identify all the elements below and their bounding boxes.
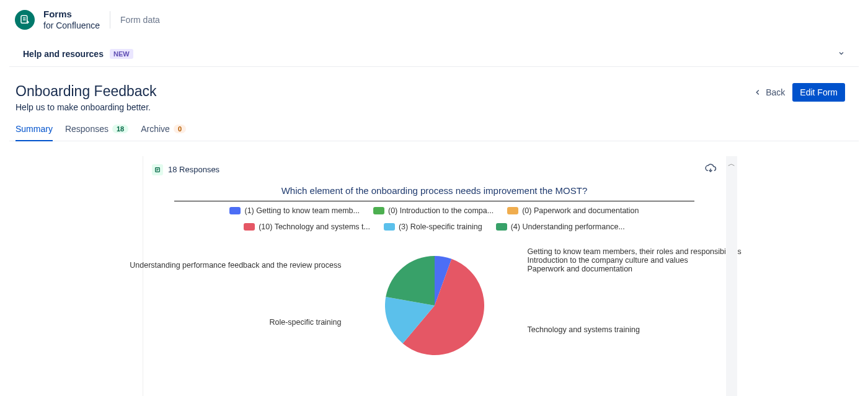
edit-form-button[interactable]: Edit Form — [792, 83, 845, 102]
download-icon[interactable] — [704, 162, 717, 177]
legend-swatch — [373, 207, 384, 214]
legend-item[interactable]: (1) Getting to know team memb... — [229, 206, 360, 215]
tab-responses-count: 18 — [112, 125, 128, 133]
chart-callout: Paperwork and documentation — [528, 265, 633, 273]
app-title: Forms — [43, 9, 100, 20]
new-badge: NEW — [110, 49, 133, 59]
app-header: Forms for Confluence Form data — [0, 0, 868, 40]
vertical-scrollbar[interactable]: ︿ ﹀ — [726, 156, 737, 396]
summary-card: 18 Responses Which element of the onboar… — [143, 156, 725, 396]
chart-callout: Role-specific training — [269, 318, 341, 327]
chart-callout: Introduction to the company culture and … — [528, 256, 688, 265]
tabs: Summary Responses 18 Archive 0 — [9, 112, 859, 141]
legend-swatch — [229, 207, 241, 214]
tab-summary[interactable]: Summary — [16, 124, 53, 141]
chart-legend: (1) Getting to know team memb...(0) Intr… — [143, 206, 725, 231]
page-title: Onboarding Feedback — [16, 83, 157, 100]
legend-label: (3) Role-specific training — [399, 222, 482, 231]
legend-swatch — [384, 223, 395, 231]
page-description: Help us to make onboarding better. — [16, 102, 157, 112]
svg-rect-1 — [156, 167, 160, 172]
tab-responses[interactable]: Responses 18 — [65, 124, 128, 141]
chart-callout: Getting to know team members, their role… — [528, 247, 742, 256]
scroll-up-icon[interactable]: ︿ — [728, 156, 735, 172]
divider — [174, 201, 694, 201]
legend-item[interactable]: (4) Understanding performance... — [496, 222, 625, 231]
chart-callout: Technology and systems training — [528, 325, 640, 334]
responses-chip: 18 Responses — [152, 164, 219, 175]
chart-question: Which element of the onboarding process … — [143, 177, 725, 201]
back-button[interactable]: Back — [753, 87, 785, 97]
tab-archive[interactable]: Archive 0 — [141, 124, 186, 141]
legend-swatch — [496, 223, 507, 231]
legend-label: (1) Getting to know team memb... — [244, 206, 360, 215]
help-resources-row[interactable]: Help and resources NEW — [9, 40, 859, 67]
tab-summary-label: Summary — [16, 124, 53, 134]
chart-area: Getting to know team members, their role… — [143, 234, 725, 396]
tab-archive-count: 0 — [174, 125, 186, 133]
breadcrumb[interactable]: Form data — [120, 15, 160, 25]
back-label: Back — [766, 87, 785, 97]
legend-label: (0) Paperwork and documentation — [522, 206, 639, 215]
help-label: Help and resources — [23, 49, 104, 59]
legend-item[interactable]: (10) Technology and systems t... — [244, 222, 370, 231]
legend-item[interactable]: (0) Paperwork and documentation — [507, 206, 639, 215]
legend-swatch — [507, 207, 518, 214]
pie-chart — [385, 256, 484, 355]
tab-archive-label: Archive — [141, 124, 170, 134]
app-subtitle: for Confluence — [43, 20, 100, 32]
legend-label: (4) Understanding performance... — [511, 222, 625, 231]
legend-label: (0) Introduction to the compa... — [388, 206, 494, 215]
responses-text: 18 Responses — [168, 165, 219, 174]
app-title-group: Forms for Confluence — [43, 9, 100, 31]
tab-responses-label: Responses — [65, 124, 108, 134]
responses-icon — [152, 164, 163, 175]
separator — [110, 11, 110, 29]
pie-slice[interactable] — [386, 256, 435, 306]
chart-callout: Understanding performance feedback and t… — [130, 261, 341, 270]
legend-item[interactable]: (3) Role-specific training — [384, 222, 482, 231]
chevron-down-icon — [838, 49, 845, 59]
legend-swatch — [244, 223, 255, 231]
legend-item[interactable]: (0) Introduction to the compa... — [373, 206, 494, 215]
app-logo-icon — [15, 10, 35, 30]
legend-label: (10) Technology and systems t... — [259, 222, 370, 231]
